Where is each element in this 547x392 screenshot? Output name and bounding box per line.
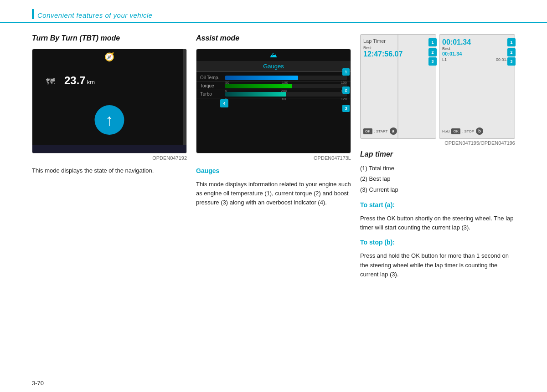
lap-circle-a: a xyxy=(390,127,397,135)
lap-screens-container: Lap Timer Best 12:47:56.07 1 2 3 OK : ST… xyxy=(360,34,515,139)
gauge-turbo-ticks: 060120 xyxy=(225,97,347,101)
three-columns: Turn By Turn (TBT) mode 🧭 🗺 23.7 km ↑ xyxy=(32,34,515,279)
lap-item-3: (3) Current lap xyxy=(360,184,515,195)
lap-b-current-time: 00:01.34 xyxy=(442,38,512,46)
lap-screen-b: 00:01.34 Best 00:01.34 L1 00:01.34 1 2 3… xyxy=(439,34,515,139)
tbt-bottom-bar xyxy=(32,145,186,153)
tbt-nav-icon: 🧭 xyxy=(104,52,114,62)
to-stop-text: Press and hold the OK button for more th… xyxy=(360,251,515,279)
assist-screen-box: ⛰ Gauges Oil Temp. 50100150 Torque xyxy=(196,49,351,153)
lap-a-best-label: Best xyxy=(363,46,433,50)
lap-ok-label-a: OK xyxy=(363,128,372,134)
lap-b-l1-row: L1 00:01.34 xyxy=(442,57,512,62)
assist-badge-1: 1 xyxy=(342,68,350,76)
col-tbt: Turn By Turn (TBT) mode 🧭 🗺 23.7 km ↑ xyxy=(32,34,187,279)
lap-l1-label: L1 xyxy=(442,57,447,62)
to-stop-title: To stop (b): xyxy=(360,239,515,246)
lap-main-title: Lap timer xyxy=(360,150,515,158)
assist-title: Assist mode xyxy=(196,34,351,42)
tbt-screen-box: 🧭 🗺 23.7 km ↑ xyxy=(32,49,187,153)
lap-b-best-label: Best xyxy=(442,46,512,51)
lap-b-best-time: 00:01.34 xyxy=(442,51,512,56)
gauge-oil-bar xyxy=(225,76,298,80)
gauges-description: This mode displays information related t… xyxy=(196,180,351,207)
lap-ok-label-b: OK xyxy=(451,128,460,134)
lap-badge-2: 2 xyxy=(428,48,437,56)
lap-badge-b2: 2 xyxy=(507,48,516,56)
lap-a-best-time: 12:47:56.07 xyxy=(363,50,433,58)
lap-circle-b: b xyxy=(476,127,483,135)
lap-badge-b3: 3 xyxy=(507,57,516,66)
lap-badge-b1: 1 xyxy=(507,38,516,46)
to-start-text: Press the OK button shortly on the steer… xyxy=(360,214,515,232)
tbt-direction-arrow: ↑ xyxy=(95,105,124,135)
gauge-oil-bar-container: 50100150 xyxy=(225,76,347,80)
tbt-map-icon: 🗺 xyxy=(46,76,55,87)
tbt-sidebar xyxy=(183,49,186,153)
lap-a-start-btn: OK : START a xyxy=(363,127,397,135)
gauge-oil-label: Oil Temp. xyxy=(200,75,225,80)
header-accent-bar xyxy=(32,9,34,19)
gauges-title-bar: Gauges xyxy=(196,61,351,72)
lap-b-stop-btn: Hold OK : STOP b xyxy=(442,127,483,135)
lap-item-1: (1) Total time xyxy=(360,163,515,173)
lap-a-divider xyxy=(397,35,398,138)
tbt-opden: OPDEN047192 xyxy=(32,155,187,161)
lap-stop-label: : STOP xyxy=(462,129,474,133)
page-title: Convenient features of your vehicle xyxy=(37,11,153,19)
col-assist: Assist mode ⛰ Gauges Oil Temp. 50100150 xyxy=(196,34,351,279)
to-start-title: To start (a): xyxy=(360,201,515,209)
assist-top-icon: ⛰ xyxy=(270,51,277,59)
lap-screen-a: Lap Timer Best 12:47:56.07 1 2 3 OK : ST… xyxy=(360,34,436,139)
assist-opden: OPDEN047173L xyxy=(196,155,351,161)
gauge-torque-bar xyxy=(225,84,292,88)
tbt-distance-display: 23.7 km xyxy=(64,74,95,87)
lap-badge-3: 3 xyxy=(428,57,437,66)
tbt-distance-value: 23.7 xyxy=(64,74,86,87)
gauge-turbo-bar xyxy=(225,92,286,97)
tbt-title: Turn By Turn (TBT) mode xyxy=(32,34,187,42)
gauge-row-oil: Oil Temp. 50100150 xyxy=(196,74,351,82)
gauges-subheading: Gauges xyxy=(196,167,351,174)
tbt-description: This mode displays the state of the navi… xyxy=(32,166,187,175)
lap-a-content: Best 12:47:56.07 xyxy=(363,46,433,58)
page-number: 3-70 xyxy=(32,380,44,387)
tbt-arrow-icon: ↑ xyxy=(105,112,114,128)
gauge-torque-bar-container: 0200400 xyxy=(225,84,347,88)
lap-screen-a-title: Lap Timer xyxy=(363,38,433,44)
lap-start-label: : START xyxy=(374,129,388,133)
lap-badge-1: 1 xyxy=(428,38,437,46)
lap-opden: OPDEN047195/OPDEN047196 xyxy=(360,140,515,146)
assist-overboost-badge: 4 xyxy=(220,99,228,107)
lap-b-content: 00:01.34 Best 00:01.34 xyxy=(442,38,512,56)
gauge-turbo-bar-container: 060120 xyxy=(225,92,347,97)
assist-badge-2: 2 xyxy=(342,87,350,94)
lap-items-list: (1) Total time (2) Best lap (3) Current … xyxy=(360,163,515,195)
lap-hold-label: Hold xyxy=(442,129,449,133)
content-area: Turn By Turn (TBT) mode 🧭 🗺 23.7 km ↑ xyxy=(32,25,515,378)
page-header: Convenient features of your vehicle xyxy=(0,0,547,23)
gauge-torque-label: Torque xyxy=(200,83,225,88)
tbt-distance-unit: km xyxy=(87,79,95,86)
assist-badge-3: 3 xyxy=(342,105,350,112)
col-lap: Lap Timer Best 12:47:56.07 1 2 3 OK : ST… xyxy=(360,34,515,279)
lap-item-2: (2) Best lap xyxy=(360,173,515,184)
gauge-turbo-label: Turbo xyxy=(200,92,225,97)
